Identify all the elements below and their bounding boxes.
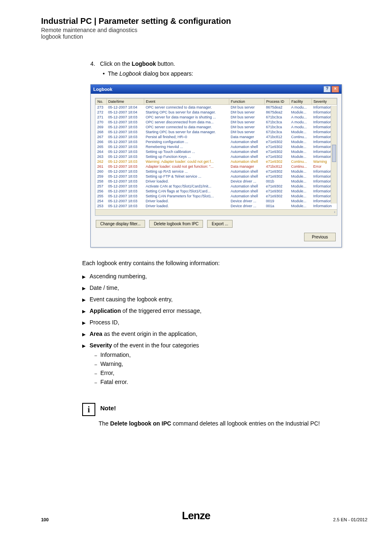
- table-row[interactable]: 25205-12-2007 18:03Activate CAN at Topo:…: [96, 208, 337, 209]
- info-icon: i: [82, 403, 95, 416]
- close-button[interactable]: ×: [332, 86, 339, 92]
- bullet-3: Event causing the logbook entry,: [82, 294, 367, 305]
- sub-3: Error,: [95, 368, 367, 377]
- sub-2: Warning,: [95, 359, 367, 368]
- table-row[interactable]: 26805-12-2007 18:03Starting OPC bus serv…: [96, 130, 337, 134]
- step-text-b: Logbook: [131, 60, 156, 67]
- table-row[interactable]: 26205-12-2007 18:03Warning: Adapter load…: [96, 159, 337, 164]
- step-sub-b: Logbook: [119, 70, 141, 77]
- table-row[interactable]: 27205-12-2007 18:04Starting OPC bus serv…: [96, 110, 337, 115]
- step-text-a: Click on the: [100, 60, 131, 67]
- lenze-logo: Lenze: [182, 509, 210, 522]
- col-facility[interactable]: Facility: [289, 99, 311, 105]
- table-row[interactable]: 25405-12-2007 18:03Driver loaded.Device …: [96, 199, 337, 204]
- table-row[interactable]: 26305-12-2007 18:03Setting up Function K…: [96, 154, 337, 159]
- vertical-scrollbar[interactable]: [331, 106, 337, 204]
- log-scroll-area[interactable]: No. Date/time Event Function Process ID …: [95, 98, 337, 209]
- col-datetime[interactable]: Date/time: [106, 99, 144, 105]
- horizontal-scrollbar[interactable]: ›: [95, 209, 337, 215]
- delete-logbook-button[interactable]: Delete logbook from IPC: [149, 220, 203, 228]
- table-row[interactable]: 26705-12-2007 18:03Persist all finished;…: [96, 134, 337, 139]
- previous-button[interactable]: Previous: [304, 233, 336, 241]
- note-title: Note!: [100, 403, 116, 412]
- bullet-2: Date / time,: [82, 282, 367, 294]
- table-row[interactable]: 27305-12-2007 18:04OPC server connected …: [96, 105, 337, 110]
- table-row[interactable]: 26605-12-2007 18:03Persisting configurat…: [96, 139, 337, 144]
- table-row[interactable]: 27105-12-2007 18:03OPC server for data m…: [96, 115, 337, 120]
- table-row[interactable]: 25705-12-2007 18:03Activate CAN at Topo:…: [96, 184, 337, 189]
- table-row[interactable]: 26105-12-2007 18:03Adapter loader: could…: [96, 164, 337, 169]
- table-row[interactable]: 26905-12-2007 18:03OPC server connected …: [96, 125, 337, 130]
- sub-4: Fatal error.: [95, 377, 367, 386]
- help-button[interactable]: ?: [323, 86, 331, 92]
- table-row[interactable]: 27005-12-2007 18:03OPC server disconnect…: [96, 120, 337, 125]
- bullet-1: Ascending numbering,: [82, 271, 367, 282]
- bullet-6: Area as the event origin in the applicat…: [82, 328, 367, 340]
- sub-1: Information,: [95, 350, 367, 359]
- table-row[interactable]: 26405-12-2007 18:03Setting up Touch cali…: [96, 149, 337, 154]
- step-sub-c: dialog box appears:: [141, 70, 193, 77]
- change-filter-button[interactable]: Change display filter...: [96, 220, 145, 228]
- subtitle-2: logbook function: [41, 33, 367, 40]
- step-sub-a: The: [108, 70, 119, 77]
- intro-para: Each logbook entry contains the followin…: [82, 260, 367, 266]
- step-4: 4. Click on the Logbook button. • The Lo…: [90, 60, 367, 77]
- col-severity[interactable]: Severity: [311, 99, 337, 105]
- table-row[interactable]: 25605-12-2007 18:03Setting CAN flags at …: [96, 189, 337, 194]
- page-number: 100: [41, 517, 48, 522]
- col-function[interactable]: Function: [229, 99, 264, 105]
- dialog-title: Logbook: [93, 87, 112, 92]
- col-processid[interactable]: Process ID: [264, 99, 289, 105]
- export-button[interactable]: Export ...: [207, 220, 233, 228]
- logbook-dialog: Logbook ? × No. Date/time Event Func: [90, 84, 342, 247]
- table-row[interactable]: 26005-12-2007 18:03Setting up RAS servic…: [96, 169, 337, 174]
- table-row[interactable]: 26505-12-2007 18:03Remebering Hwv4id ...…: [96, 144, 337, 149]
- note-text: The Delete logbook on IPC command delete…: [99, 420, 362, 427]
- table-row[interactable]: 25505-12-2007 18:03Setting CAN Parameter…: [96, 194, 337, 199]
- revision: 2.5 EN - 01/2012: [333, 517, 367, 522]
- table-row[interactable]: 25805-12-2007 18:03Driver loaded.Device …: [96, 179, 337, 184]
- col-no[interactable]: No.: [96, 99, 107, 105]
- table-row[interactable]: 25305-12-2007 18:03Driver loaded.Device …: [96, 204, 337, 208]
- titlebar: Logbook ? ×: [91, 85, 341, 94]
- bullet-7: Severity of the event in the four catego…: [82, 340, 367, 391]
- subtitle-1: Remote maintenance and diagnostics: [41, 27, 367, 33]
- table-row[interactable]: 25905-12-2007 18:03Setting up FTP & Teln…: [96, 174, 337, 179]
- step-text-c: button.: [156, 60, 175, 67]
- page-title: Industrial PC | Parameter setting & conf…: [41, 16, 367, 26]
- bullet-5: Process ID,: [82, 317, 367, 328]
- log-table: No. Date/time Event Function Process ID …: [95, 98, 337, 209]
- step-num: 4.: [90, 60, 95, 67]
- col-event[interactable]: Event: [144, 99, 229, 105]
- bullet-4: Application of the triggered error messa…: [82, 305, 367, 317]
